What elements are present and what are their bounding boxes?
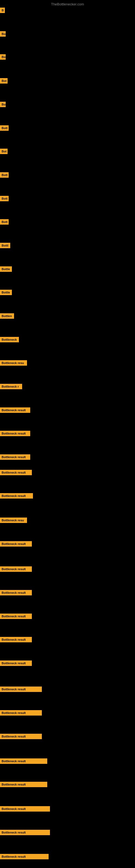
bar-item: Bottleneck result	[0, 734, 42, 739]
bar-item: Bott	[0, 196, 9, 201]
bar-item: Bottleneck result	[0, 614, 32, 619]
bar-label: Bottleneck result	[0, 710, 42, 716]
bar-label: Bott	[0, 172, 9, 178]
bar-label: Bo	[0, 102, 6, 107]
bar-item: Bottle	[0, 267, 12, 272]
bar-item: Bottleneck result	[0, 782, 47, 787]
bar-label: Bott	[0, 196, 9, 201]
bar-label: Bottle	[0, 267, 12, 272]
bar-item: Bottleneck result	[0, 454, 30, 460]
bar-item: Bottleneck result	[0, 686, 42, 692]
bar-item: Bo	[0, 102, 6, 107]
bar-label: Bottleneck result	[0, 493, 33, 499]
bar-label: Bottleneck result	[0, 686, 42, 692]
bar-item: Bottleneck resu	[0, 518, 27, 523]
bar-item: Bottleneck result	[0, 470, 32, 475]
bar-label: Bottleneck r	[0, 384, 22, 389]
bar-item: Bottleneck result	[0, 493, 33, 499]
bar-label: Bottleneck result	[0, 541, 32, 547]
bar-item: Bott	[0, 219, 9, 225]
site-title: TheBottlenecker.com	[0, 0, 135, 7]
bar-label: Bottleneck result	[0, 454, 30, 460]
bar-label: Bottleneck result	[0, 470, 32, 475]
bar-item: Bot	[0, 149, 8, 154]
bar-item: Bot	[0, 78, 8, 84]
bar-label: Bottleneck result	[0, 830, 50, 835]
bar-label: Bottleneck	[0, 337, 19, 342]
bar-item: Bottleneck r	[0, 384, 22, 389]
bar-label: Bottleneck result	[0, 431, 30, 436]
bar-label: Bottleneck result	[0, 407, 30, 413]
bar-label: Bott	[0, 219, 9, 225]
bar-item: Bottleneck result	[0, 637, 32, 642]
bar-label: Bottleneck resu	[0, 518, 27, 523]
bar-item: Bo	[0, 31, 6, 37]
bar-label: Bott	[0, 125, 9, 131]
bar-label: Bottleneck result	[0, 637, 32, 642]
bar-label: Bottleneck result	[0, 566, 32, 572]
bar-item: Bottleneck resu	[0, 360, 27, 366]
bar-item: Bottlen	[0, 313, 14, 319]
bar-label: Bottleneck resu	[0, 360, 27, 366]
bar-label: B	[0, 8, 5, 13]
bar-item: Bottle	[0, 290, 12, 295]
bar-item: Bottleneck result	[0, 854, 49, 859]
bar-item: Bottleneck result	[0, 431, 30, 436]
bar-item: Bottleneck	[0, 337, 19, 342]
bar-label: Bottle	[0, 290, 12, 295]
bar-label: Bottleneck result	[0, 734, 42, 739]
bar-item: Bottl	[0, 243, 10, 248]
bar-item: Bottleneck result	[0, 590, 32, 595]
bar-label: Bottleneck result	[0, 806, 50, 812]
bar-item: Bottleneck result	[0, 566, 32, 572]
bar-label: Bottl	[0, 243, 10, 248]
bar-item: Bottleneck result	[0, 830, 50, 835]
bar-label: Bottleneck result	[0, 660, 32, 666]
bar-item: Bottleneck result	[0, 660, 32, 666]
bar-item: Bottleneck result	[0, 407, 30, 413]
bar-item: Bottleneck result	[0, 758, 47, 764]
bar-label: Bo	[0, 31, 6, 37]
bar-label: Bottleneck result	[0, 614, 32, 619]
bar-label: Bottleneck result	[0, 590, 32, 595]
bar-item: Bo	[0, 54, 6, 60]
bar-label: Bottleneck result	[0, 782, 47, 787]
bar-item: Bott	[0, 172, 9, 178]
bar-item: Bottleneck result	[0, 710, 42, 716]
bar-label: Bottleneck result	[0, 758, 47, 764]
bar-label: Bot	[0, 149, 8, 154]
bar-label: Bottlen	[0, 313, 14, 319]
bar-item: B	[0, 8, 5, 13]
bar-item: Bottleneck result	[0, 806, 50, 812]
bar-label: Bo	[0, 54, 6, 60]
bar-item: Bottleneck result	[0, 541, 32, 547]
bar-label: Bottleneck result	[0, 854, 49, 859]
bar-item: Bott	[0, 125, 9, 131]
bar-label: Bot	[0, 78, 8, 84]
